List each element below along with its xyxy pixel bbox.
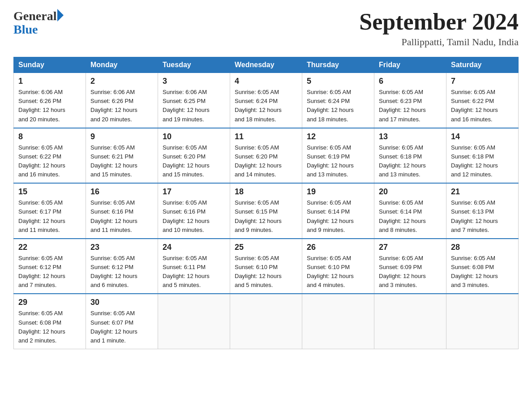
header-sunday: Sunday	[14, 57, 86, 73]
day-number: 19	[307, 187, 369, 197]
day-number: 22	[18, 243, 81, 252]
day-number: 24	[163, 243, 225, 252]
day-number: 8	[18, 132, 81, 141]
table-row: 29Sunrise: 6:05 AMSunset: 6:08 PMDayligh…	[14, 294, 86, 349]
title-area: September 2024 Pallippatti, Tamil Nadu, …	[359, 9, 519, 48]
calendar-week-row: 15Sunrise: 6:05 AMSunset: 6:17 PMDayligh…	[14, 183, 519, 239]
header-tuesday: Tuesday	[158, 57, 230, 73]
table-row: 4Sunrise: 6:05 AMSunset: 6:24 PMDaylight…	[230, 73, 302, 128]
header-thursday: Thursday	[302, 57, 374, 73]
logo: General Blue	[13, 9, 64, 37]
calendar-week-row: 22Sunrise: 6:05 AMSunset: 6:12 PMDayligh…	[14, 239, 519, 294]
calendar-week-row: 8Sunrise: 6:05 AMSunset: 6:22 PMDaylight…	[14, 128, 519, 184]
table-row: 22Sunrise: 6:05 AMSunset: 6:12 PMDayligh…	[14, 239, 86, 294]
calendar-table: Sunday Monday Tuesday Wednesday Thursday…	[13, 57, 519, 349]
table-row: 27Sunrise: 6:05 AMSunset: 6:09 PMDayligh…	[374, 239, 446, 294]
table-row: 17Sunrise: 6:05 AMSunset: 6:16 PMDayligh…	[158, 183, 230, 239]
day-info: Sunrise: 6:05 AMSunset: 6:24 PMDaylight:…	[307, 88, 369, 124]
table-row: 13Sunrise: 6:05 AMSunset: 6:18 PMDayligh…	[374, 128, 446, 184]
logo-triangle-icon	[57, 9, 64, 21]
day-number: 7	[451, 77, 514, 86]
table-row: 11Sunrise: 6:05 AMSunset: 6:20 PMDayligh…	[230, 128, 302, 184]
month-title: September 2024	[359, 9, 519, 34]
table-row: 21Sunrise: 6:05 AMSunset: 6:13 PMDayligh…	[446, 183, 519, 239]
header-friday: Friday	[374, 57, 446, 73]
day-info: Sunrise: 6:05 AMSunset: 6:16 PMDaylight:…	[163, 198, 225, 235]
day-info: Sunrise: 6:05 AMSunset: 6:22 PMDaylight:…	[18, 143, 81, 180]
table-row: 5Sunrise: 6:05 AMSunset: 6:24 PMDaylight…	[302, 73, 374, 128]
day-info: Sunrise: 6:06 AMSunset: 6:25 PMDaylight:…	[163, 88, 225, 124]
day-number: 9	[90, 132, 153, 141]
day-number: 28	[451, 243, 514, 252]
day-info: Sunrise: 6:06 AMSunset: 6:26 PMDaylight:…	[90, 88, 153, 124]
table-row: 6Sunrise: 6:05 AMSunset: 6:23 PMDaylight…	[374, 73, 446, 128]
day-number: 16	[90, 187, 153, 197]
day-info: Sunrise: 6:05 AMSunset: 6:11 PMDaylight:…	[163, 254, 225, 290]
table-row: 15Sunrise: 6:05 AMSunset: 6:17 PMDayligh…	[14, 183, 86, 239]
day-number: 2	[90, 77, 153, 86]
day-info: Sunrise: 6:05 AMSunset: 6:20 PMDaylight:…	[163, 143, 225, 180]
day-number: 17	[163, 187, 225, 197]
day-info: Sunrise: 6:05 AMSunset: 6:22 PMDaylight:…	[451, 88, 514, 124]
day-number: 13	[379, 132, 442, 141]
table-row: 9Sunrise: 6:05 AMSunset: 6:21 PMDaylight…	[86, 128, 158, 184]
day-info: Sunrise: 6:06 AMSunset: 6:26 PMDaylight:…	[18, 88, 81, 124]
day-info: Sunrise: 6:05 AMSunset: 6:24 PMDaylight:…	[235, 88, 297, 124]
day-info: Sunrise: 6:05 AMSunset: 6:18 PMDaylight:…	[451, 143, 514, 180]
day-number: 27	[379, 243, 442, 252]
table-row: 1Sunrise: 6:06 AMSunset: 6:26 PMDaylight…	[14, 73, 86, 128]
table-row: 20Sunrise: 6:05 AMSunset: 6:14 PMDayligh…	[374, 183, 446, 239]
day-info: Sunrise: 6:05 AMSunset: 6:12 PMDaylight:…	[18, 254, 81, 290]
table-row: 19Sunrise: 6:05 AMSunset: 6:14 PMDayligh…	[302, 183, 374, 239]
day-number: 29	[18, 298, 81, 307]
day-info: Sunrise: 6:05 AMSunset: 6:19 PMDaylight:…	[307, 143, 369, 180]
logo-text-general: General	[13, 9, 56, 23]
day-info: Sunrise: 6:05 AMSunset: 6:23 PMDaylight:…	[379, 88, 442, 124]
table-row: 10Sunrise: 6:05 AMSunset: 6:20 PMDayligh…	[158, 128, 230, 184]
day-info: Sunrise: 6:05 AMSunset: 6:12 PMDaylight:…	[90, 254, 153, 290]
logo-icon: General Blue	[13, 9, 64, 37]
table-row: 2Sunrise: 6:06 AMSunset: 6:26 PMDaylight…	[86, 73, 158, 128]
header-monday: Monday	[86, 57, 158, 73]
calendar-week-row: 29Sunrise: 6:05 AMSunset: 6:08 PMDayligh…	[14, 294, 519, 349]
day-info: Sunrise: 6:05 AMSunset: 6:10 PMDaylight:…	[307, 254, 369, 290]
table-row: 30Sunrise: 6:05 AMSunset: 6:07 PMDayligh…	[86, 294, 158, 349]
day-number: 14	[451, 132, 514, 141]
table-row: 12Sunrise: 6:05 AMSunset: 6:19 PMDayligh…	[302, 128, 374, 184]
day-info: Sunrise: 6:05 AMSunset: 6:13 PMDaylight:…	[451, 198, 514, 235]
day-info: Sunrise: 6:05 AMSunset: 6:21 PMDaylight:…	[90, 143, 153, 180]
day-number: 1	[18, 77, 81, 86]
day-info: Sunrise: 6:05 AMSunset: 6:14 PMDaylight:…	[307, 198, 369, 235]
day-number: 23	[90, 243, 153, 252]
day-info: Sunrise: 6:05 AMSunset: 6:08 PMDaylight:…	[18, 309, 81, 345]
day-number: 20	[379, 187, 442, 197]
table-row: 28Sunrise: 6:05 AMSunset: 6:08 PMDayligh…	[446, 239, 519, 294]
day-number: 25	[235, 243, 297, 252]
page-header: General Blue September 2024 Pallippatti,…	[13, 9, 519, 48]
table-row: 7Sunrise: 6:05 AMSunset: 6:22 PMDaylight…	[446, 73, 519, 128]
day-number: 26	[307, 243, 369, 252]
day-number: 10	[163, 132, 225, 141]
day-info: Sunrise: 6:05 AMSunset: 6:14 PMDaylight:…	[379, 198, 442, 235]
day-number: 3	[163, 77, 225, 86]
table-row: 16Sunrise: 6:05 AMSunset: 6:16 PMDayligh…	[86, 183, 158, 239]
day-number: 11	[235, 132, 297, 141]
day-number: 12	[307, 132, 369, 141]
day-info: Sunrise: 6:05 AMSunset: 6:18 PMDaylight:…	[379, 143, 442, 180]
table-row: 18Sunrise: 6:05 AMSunset: 6:15 PMDayligh…	[230, 183, 302, 239]
header-saturday: Saturday	[446, 57, 519, 73]
day-info: Sunrise: 6:05 AMSunset: 6:16 PMDaylight:…	[90, 198, 153, 235]
table-row	[158, 294, 230, 349]
day-info: Sunrise: 6:05 AMSunset: 6:20 PMDaylight:…	[235, 143, 297, 180]
calendar-week-row: 1Sunrise: 6:06 AMSunset: 6:26 PMDaylight…	[14, 73, 519, 128]
weekday-header-row: Sunday Monday Tuesday Wednesday Thursday…	[14, 57, 519, 73]
table-row: 14Sunrise: 6:05 AMSunset: 6:18 PMDayligh…	[446, 128, 519, 184]
day-info: Sunrise: 6:05 AMSunset: 6:10 PMDaylight:…	[235, 254, 297, 290]
day-info: Sunrise: 6:05 AMSunset: 6:08 PMDaylight:…	[451, 254, 514, 290]
logo-text-blue: Blue	[13, 22, 38, 37]
day-number: 5	[307, 77, 369, 86]
table-row: 25Sunrise: 6:05 AMSunset: 6:10 PMDayligh…	[230, 239, 302, 294]
table-row: 8Sunrise: 6:05 AMSunset: 6:22 PMDaylight…	[14, 128, 86, 184]
day-number: 18	[235, 187, 297, 197]
table-row	[446, 294, 519, 349]
